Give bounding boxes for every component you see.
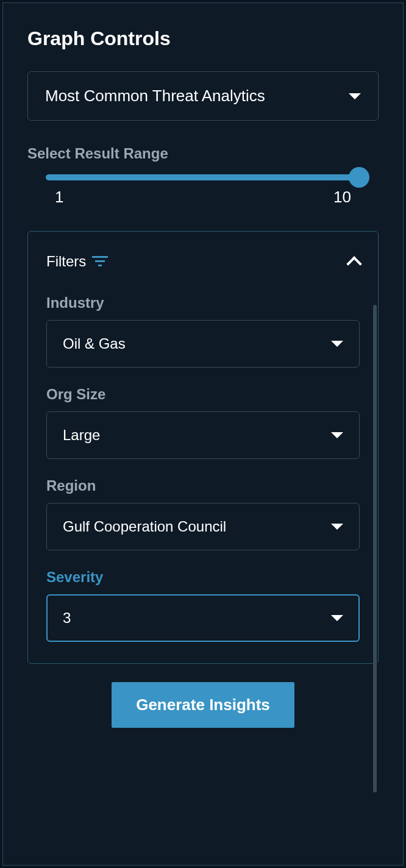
orgsize-label: Org Size (46, 386, 360, 403)
caret-down-icon (331, 615, 343, 621)
slider-max-label: 10 (333, 188, 351, 207)
region-filter-group: Region Gulf Cooperation Council (46, 477, 360, 550)
analytics-type-value: Most Common Threat Analytics (45, 87, 265, 105)
severity-select[interactable]: 3 (46, 594, 360, 642)
analytics-type-select[interactable]: Most Common Threat Analytics (27, 71, 379, 121)
severity-value: 3 (63, 610, 71, 627)
industry-select[interactable]: Oil & Gas (46, 320, 360, 368)
svg-rect-2 (98, 265, 102, 266)
filters-container: Filters Industry Oil & Gas Org Size (27, 231, 379, 664)
caret-down-icon (331, 524, 343, 530)
region-label: Region (46, 477, 360, 494)
orgsize-value: Large (63, 427, 100, 444)
result-range-slider[interactable] (27, 174, 379, 180)
caret-down-icon (331, 432, 343, 438)
industry-filter-group: Industry Oil & Gas (46, 294, 360, 368)
filters-header[interactable]: Filters (46, 253, 360, 270)
filters-title: Filters (46, 253, 86, 270)
svg-rect-0 (92, 256, 108, 258)
slider-thumb[interactable] (349, 167, 369, 188)
severity-filter-group: Severity 3 (46, 569, 360, 642)
graph-controls-panel: Graph Controls Most Common Threat Analyt… (2, 2, 404, 866)
panel-title: Graph Controls (27, 27, 379, 50)
chevron-up-icon (346, 256, 361, 271)
region-value: Gulf Cooperation Council (63, 518, 226, 535)
severity-label: Severity (46, 569, 360, 586)
filters-title-wrap: Filters (46, 253, 108, 270)
caret-down-icon (331, 341, 343, 347)
svg-rect-1 (95, 260, 105, 262)
slider-track (46, 174, 360, 180)
slider-labels: 1 10 (27, 188, 379, 207)
industry-value: Oil & Gas (63, 335, 126, 352)
generate-insights-button[interactable]: Generate Insights (112, 682, 294, 728)
slider-min-label: 1 (55, 188, 63, 207)
industry-label: Industry (46, 294, 360, 311)
orgsize-filter-group: Org Size Large (46, 386, 360, 459)
region-select[interactable]: Gulf Cooperation Council (46, 503, 360, 550)
caret-down-icon (349, 93, 361, 99)
filters-scrollbar[interactable] (373, 305, 377, 792)
filter-icon (92, 256, 108, 267)
orgsize-select[interactable]: Large (46, 411, 360, 459)
result-range-label: Select Result Range (27, 145, 379, 162)
